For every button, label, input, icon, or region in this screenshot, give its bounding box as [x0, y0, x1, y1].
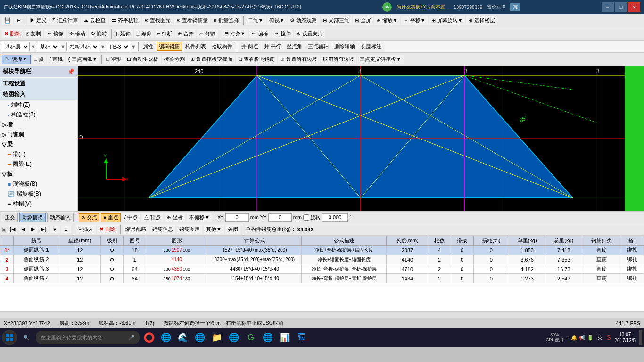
select-btn[interactable]: ↖ 选择▼ — [2, 55, 31, 64]
local-3d-btn[interactable]: ⊞ 局部三维 — [321, 16, 352, 25]
taskbar-google[interactable]: G — [243, 330, 258, 345]
define-btn[interactable]: ▶ 定义 — [27, 16, 49, 25]
floor-select-btn[interactable]: ⊞ 选择楼层 — [466, 16, 497, 25]
pick-comp-btn[interactable]: 拾取构件 — [209, 42, 235, 51]
insert-btn[interactable]: + 插入 — [76, 225, 96, 234]
ortho-btn[interactable]: 正交 — [2, 213, 18, 222]
set-slope-btn[interactable]: ⊕ 设置所有边坡 — [278, 55, 320, 64]
start-button[interactable] — [2, 330, 17, 345]
nav-project-settings[interactable]: 工程设置 — [0, 78, 77, 89]
nav-spiral-slab[interactable]: 🔄 螺旋板(B) — [0, 189, 77, 199]
search-bar[interactable]: 在这里输入你要搜索的内容 🎤 — [36, 331, 140, 344]
close-button[interactable]: × — [628, 2, 640, 12]
mirror-btn[interactable]: ↔ 镜像 — [44, 29, 66, 38]
table-row[interactable]: 2侧面纵筋.212Φ1 4140 3300+max(35*d, 200)+max… — [0, 255, 644, 264]
grip-btn[interactable]: ⊕ 设置夹点 — [294, 29, 325, 38]
nav-struct-column[interactable]: ▪ 构造柱(Z) — [0, 110, 77, 120]
taskbar-edge[interactable]: 🌊 — [175, 330, 190, 345]
taskbar-browser[interactable]: 🌐 — [260, 330, 275, 345]
break-btn[interactable]: ⌐ 打断 — [155, 29, 174, 38]
three-point-aux-btn[interactable]: 三点辅轴 — [305, 42, 331, 51]
align-top-btn[interactable]: 〓 齐平板顶 — [109, 16, 141, 25]
table-row[interactable]: 4侧面纵筋.412Φ64 180 1074 180 1154+15*d-40+1… — [0, 274, 644, 283]
nav-draw-input[interactable]: 绘图输入 — [0, 89, 77, 100]
lang-tray[interactable]: 英 — [597, 334, 603, 341]
view-btn[interactable]: 俯视▼ — [267, 16, 287, 25]
snap-cross-btn[interactable]: ✕ 交点 — [79, 213, 99, 222]
rotate-input[interactable]: 0.000 — [322, 213, 348, 222]
nav-up-btn[interactable]: ▲ — [61, 226, 71, 233]
minimize-button[interactable]: － — [602, 2, 614, 12]
rebar-info-btn[interactable]: 钢筋信息 — [150, 225, 175, 234]
canvas-area[interactable]: 8 3 3 240 X Y X Y D 65° — [78, 66, 644, 211]
cancel-slope-btn[interactable]: 取消所有边坡 — [321, 55, 356, 64]
rotate-checkbox[interactable] — [303, 214, 309, 221]
maximize-button[interactable]: □ — [615, 2, 627, 12]
nav-last-btn[interactable]: ▶| — [39, 225, 49, 233]
close-panel-btn[interactable]: 关闭 — [225, 225, 240, 234]
arc-btn[interactable]: ( 三点画弧▼ — [66, 55, 100, 64]
comp-select[interactable]: 筏板基础 — [66, 42, 99, 51]
cloud-check-btn[interactable]: ☁ 云检查 — [81, 16, 108, 25]
dynamic-obs-btn[interactable]: ⚙ 动态观察 — [288, 16, 319, 25]
nav-end-column[interactable]: ▪ 端柱(Z) — [0, 100, 77, 110]
trim-btn[interactable]: ⌶ 修剪 — [134, 29, 154, 38]
point-btn[interactable]: □ 点 — [32, 55, 46, 64]
taskbar-ie2[interactable]: 🌐 — [226, 330, 241, 345]
rebar-lib-btn[interactable]: 钢筋图库 — [177, 225, 202, 234]
table-row[interactable]: 3侧面纵筋.312Φ64 180 4350 180 4430+15*d-40+1… — [0, 264, 644, 274]
lang-button[interactable]: 英 — [510, 3, 520, 11]
show-desktop[interactable] — [639, 330, 642, 345]
del-row-btn[interactable]: ✖ 删除 — [97, 225, 118, 234]
pan-btn[interactable]: ↔ 平移▼ — [401, 16, 428, 25]
2d-btn[interactable]: 二维▼ — [246, 16, 266, 25]
nav-prev-btn[interactable]: ◀ — [19, 225, 27, 233]
rect-btn[interactable]: □ 矩形 — [104, 55, 124, 64]
snap-midpoint-btn[interactable]: / 中点 — [122, 213, 140, 222]
nav-pin-icon[interactable]: 📌 — [67, 68, 74, 75]
nav-cast-slab[interactable]: ■ 现浇板(B) — [0, 179, 77, 189]
nav-down-btn[interactable]: ▼ — [50, 226, 60, 233]
nav-wall-group[interactable]: ▷ 墙 — [0, 120, 77, 130]
copy-btn[interactable]: ⎘ 复制 — [24, 29, 43, 38]
table-row[interactable]: 1*侧面纵筋.112Φ18 180 1907 180 1527+15*d-40+… — [0, 246, 644, 255]
inclined-slab-btn[interactable]: 三点定义斜筏板▼ — [357, 55, 404, 64]
stretch-btn[interactable]: ↔ 拉伸 — [272, 29, 293, 38]
two-point-btn[interactable]: 井 两点 — [239, 42, 261, 51]
point-angle-btn[interactable]: 坐点角 — [284, 42, 305, 51]
taskbar-search[interactable]: 🔍 — [19, 330, 34, 345]
no-offset-btn[interactable]: 不偏移▼ — [187, 213, 212, 222]
nav-slab-group[interactable]: ▽ 板 — [0, 169, 77, 179]
line-btn[interactable]: / 直线 — [47, 55, 65, 64]
quick-save-btn[interactable]: 💾 — [2, 16, 13, 25]
taskbar-cortana[interactable]: ⭕ — [141, 330, 157, 345]
rotate2-btn[interactable]: ↻ 旋转 — [89, 29, 109, 38]
calc-btn[interactable]: Σ 汇总计算 — [50, 16, 80, 25]
delete-btn[interactable]: ✖ 删除 — [2, 29, 23, 38]
view-rebar-btn[interactable]: ⊕ 查看钢筋量 — [174, 16, 210, 25]
snap-coord-btn[interactable]: ⊕ 坐标 — [165, 213, 185, 222]
scale-rebar-btn[interactable]: 缩尺配筋 — [123, 225, 149, 234]
set-section-btn[interactable]: ⊞ 设置筏板变截面 — [188, 55, 235, 64]
merge-btn[interactable]: ⊕ 合并 — [175, 29, 196, 38]
taskbar-app1[interactable]: 📊 — [277, 330, 292, 345]
move-btn[interactable]: ✛ 移动 — [67, 29, 88, 38]
zoom-btn[interactable]: ⊕ 缩放▼ — [374, 16, 400, 25]
edit-rebar-btn[interactable]: 编辑钢筋 — [157, 42, 182, 51]
find-elem-btn[interactable]: ⊕ 查找图元 — [142, 16, 173, 25]
layer-select[interactable]: 基础层 — [2, 42, 30, 51]
parallel-btn[interactable]: 井 平行 — [262, 42, 283, 51]
snap-mid-btn2[interactable]: ● 重点 — [101, 213, 121, 222]
taskbar-app2[interactable]: 🏗 — [294, 330, 309, 345]
offset-btn[interactable]: ↔ 偏移 — [249, 29, 271, 38]
taskbar-explorer[interactable]: 📁 — [209, 330, 224, 345]
object-snap-btn[interactable]: 对象捕捉 — [19, 213, 46, 222]
batch-select-btn[interactable]: ≡ 批量选择 — [211, 16, 241, 25]
extend-btn[interactable]: || 延伸 — [114, 29, 133, 38]
taskbar-ie[interactable]: 🌐 — [158, 330, 173, 345]
nav-door-group[interactable]: ▷ 门窗洞 — [0, 130, 77, 140]
view-slab-rebar-btn[interactable]: ⊞ 查看板内钢筋 — [236, 55, 277, 64]
undo-btn[interactable]: ↩ — [14, 16, 23, 25]
align-btn[interactable]: ⊟ 对齐▼ — [222, 29, 248, 38]
nav-next-btn[interactable]: ▶ — [29, 225, 37, 233]
